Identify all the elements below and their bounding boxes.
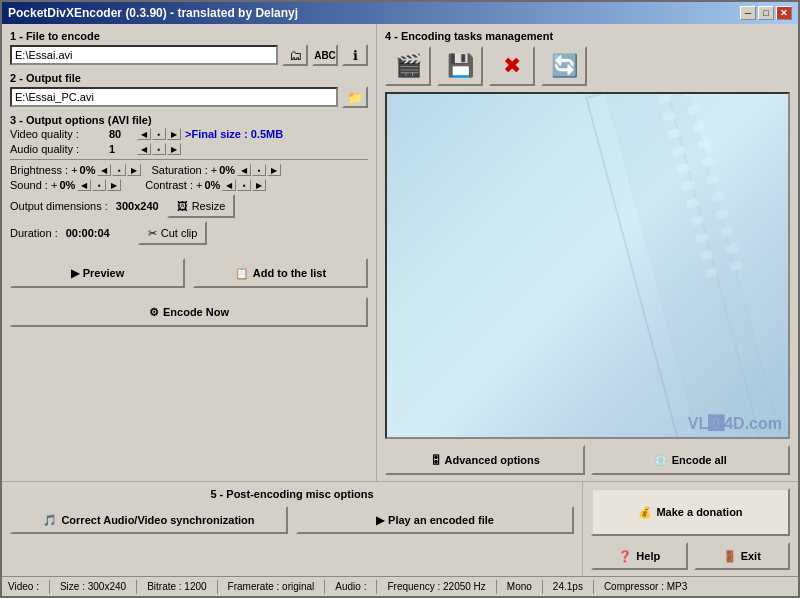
top-area: 1 - File to encode 🗂 ABC ℹ [2, 24, 798, 481]
aq-mid-btn[interactable]: ▪ [152, 143, 166, 155]
file-input[interactable] [10, 45, 278, 65]
con-right-btn[interactable]: ▶ [252, 179, 266, 191]
sat-mid-btn[interactable]: ▪ [252, 164, 266, 176]
encode-all-icon: 💿 [654, 454, 668, 467]
maximize-button[interactable]: □ [758, 6, 774, 20]
contrast-spinners: ◀ ▪ ▶ [222, 179, 266, 191]
vq-left-btn[interactable]: ◀ [137, 128, 151, 140]
browse-file-button[interactable]: 🗂 [282, 44, 308, 66]
enc-play-icon: 🎬 [395, 53, 422, 79]
br-right-btn[interactable]: ▶ [127, 164, 141, 176]
snd-mid-btn[interactable]: ▪ [92, 179, 106, 191]
exit-button[interactable]: 🚪 Exit [694, 542, 791, 570]
main-window: PocketDivXEncoder (0.3.90) - translated … [0, 0, 800, 598]
output-dimensions-value: 300x240 [116, 200, 159, 212]
saturation-spinners: ◀ ▪ ▶ [237, 164, 281, 176]
addtolist-button[interactable]: 📋 Add to the list [193, 258, 368, 288]
resize-button[interactable]: 🖼 Resize [167, 194, 236, 218]
info-button[interactable]: ℹ [342, 44, 368, 66]
cutclip-label: Cut clip [161, 227, 198, 239]
encode-all-button[interactable]: 💿 Encode all [591, 445, 791, 475]
film-preview-area: VL🅾4D.com [385, 92, 790, 439]
contrast-item: Contrast : + 0% ◀ ▪ ▶ [145, 179, 266, 191]
con-mid-btn[interactable]: ▪ [237, 179, 251, 191]
titlebar-buttons: ─ □ ✕ [740, 6, 792, 20]
post-encoding-area: 5 - Post-encoding misc options 🎵 Correct… [2, 481, 798, 576]
exit-label: Exit [741, 550, 761, 562]
enc-save-button[interactable]: 💾 [437, 46, 483, 86]
section1-label: 1 - File to encode [10, 30, 368, 42]
cutclip-button[interactable]: ✂ Cut clip [138, 221, 208, 245]
browse-output-button[interactable]: 📁 [342, 86, 368, 108]
help-icon: ❓ [618, 550, 632, 563]
status-bitrate: Bitrate : 1200 [147, 581, 206, 592]
con-left-btn[interactable]: ◀ [222, 179, 236, 191]
dimensions-row: Output dimensions : 300x240 🖼 Resize [10, 194, 368, 218]
snd-left-btn[interactable]: ◀ [77, 179, 91, 191]
right-panel: 4 - Encoding tasks management 🎬 💾 ✖ 🔄 [377, 24, 798, 481]
post-left: 5 - Post-encoding misc options 🎵 Correct… [2, 482, 583, 576]
status-fps: 24.1ps [553, 581, 583, 592]
section1-input-row: 🗂 ABC ℹ [10, 44, 368, 66]
section3-label: 3 - Output options (AVI file) [10, 114, 368, 126]
enc-stop-icon: ✖ [503, 53, 521, 79]
vq-mid-btn[interactable]: ▪ [152, 128, 166, 140]
sound-item: Sound : + 0% ◀ ▪ ▶ [10, 179, 121, 191]
duration-value: 00:00:04 [66, 227, 110, 239]
encode-all-label: Encode all [672, 454, 727, 466]
sat-right-btn[interactable]: ▶ [267, 164, 281, 176]
enc-play-button[interactable]: 🎬 [385, 46, 431, 86]
encoding-toolbar: 🎬 💾 ✖ 🔄 [385, 46, 790, 86]
audio-quality-label: Audio quality : [10, 143, 105, 155]
contrast-value: 0% [204, 179, 220, 191]
br-mid-btn[interactable]: ▪ [112, 164, 126, 176]
advanced-options-label: Advanced options [445, 454, 540, 466]
section2-label: 2 - Output file [10, 72, 368, 84]
rename-button[interactable]: ABC [312, 44, 338, 66]
section2: 2 - Output file 📁 [10, 72, 368, 110]
donation-button[interactable]: 💰 Make a donation [591, 488, 790, 536]
play-encoded-button[interactable]: ▶ Play an encoded file [296, 506, 574, 534]
encodenow-label: Encode Now [163, 306, 229, 318]
output-dimensions-label: Output dimensions : [10, 200, 108, 212]
status-sep2 [136, 580, 137, 594]
folder-icon: 📁 [347, 90, 363, 105]
preview-button[interactable]: ▶ Preview [10, 258, 185, 288]
output-file-input[interactable] [10, 87, 338, 107]
vq-right-btn[interactable]: ▶ [167, 128, 181, 140]
video-quality-label: Video quality : [10, 128, 105, 140]
addtolist-label: Add to the list [253, 267, 326, 279]
sound-label: Sound : + [10, 179, 57, 191]
br-left-btn[interactable]: ◀ [97, 164, 111, 176]
status-framerate: Framerate : original [228, 581, 315, 592]
resize-label: Resize [192, 200, 226, 212]
browse-icon: 🗂 [289, 48, 302, 63]
duration-row: Duration : 00:00:04 ✂ Cut clip [10, 221, 368, 245]
encodenow-icon: ⚙ [149, 306, 159, 319]
audio-quality-spinners: ◀ ▪ ▶ [137, 143, 181, 155]
aq-left-btn[interactable]: ◀ [137, 143, 151, 155]
status-sep4 [324, 580, 325, 594]
sync-button[interactable]: 🎵 Correct Audio/Video synchronization [10, 506, 288, 534]
saturation-value: 0% [219, 164, 235, 176]
sat-left-btn[interactable]: ◀ [237, 164, 251, 176]
enc-save-icon: 💾 [447, 53, 474, 79]
brightness-saturation-row: Brightness : + 0% ◀ ▪ ▶ Saturation : + 0… [10, 164, 368, 176]
exit-icon: 🚪 [723, 550, 737, 563]
brightness-item: Brightness : + 0% ◀ ▪ ▶ [10, 164, 141, 176]
status-sep1 [49, 580, 50, 594]
minimize-button[interactable]: ─ [740, 6, 756, 20]
title-text: PocketDivXEncoder (0.3.90) - translated … [8, 6, 298, 20]
aq-right-btn[interactable]: ▶ [167, 143, 181, 155]
sync-label: Correct Audio/Video synchronization [61, 514, 254, 526]
status-video: Video : [8, 581, 39, 592]
sync-icon: 🎵 [43, 514, 57, 527]
snd-right-btn[interactable]: ▶ [107, 179, 121, 191]
help-button[interactable]: ❓ Help [591, 542, 688, 570]
advanced-options-button[interactable]: 🎛 Advanced options [385, 445, 585, 475]
close-button[interactable]: ✕ [776, 6, 792, 20]
brightness-label: Brightness : + [10, 164, 78, 176]
enc-refresh-button[interactable]: 🔄 [541, 46, 587, 86]
enc-stop-button[interactable]: ✖ [489, 46, 535, 86]
encodenow-button[interactable]: ⚙ Encode Now [10, 297, 368, 327]
